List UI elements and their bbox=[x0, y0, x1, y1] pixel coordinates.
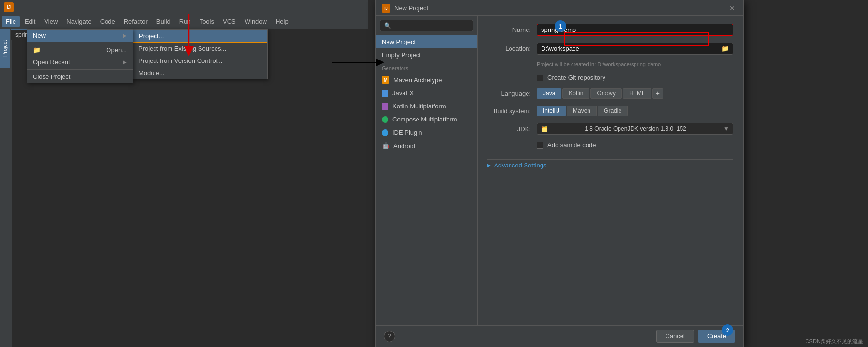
menu-file[interactable]: File bbox=[2, 16, 20, 27]
language-kotlin[interactable]: Kotlin bbox=[562, 88, 589, 99]
sample-code-label: Add sample code bbox=[547, 141, 596, 149]
new-project-label: New Project bbox=[382, 38, 416, 45]
annotation-2: 2 bbox=[722, 324, 733, 336]
language-row: Language: Java Kotlin Groovy HTML + bbox=[487, 88, 733, 99]
sample-code-row: Add sample code bbox=[537, 141, 733, 149]
ide-logo: IJ bbox=[4, 2, 14, 12]
generator-compose[interactable]: Compose Multiplatform bbox=[376, 113, 477, 126]
menu-help[interactable]: Help bbox=[272, 16, 293, 27]
location-row: Location: D:\workspace 📁 bbox=[487, 43, 733, 55]
generator-ide-plugin[interactable]: IDE Plugin bbox=[376, 126, 477, 139]
location-value: D:\workspace bbox=[541, 45, 579, 52]
annotation-2-label: 2 bbox=[726, 327, 729, 334]
build-toggle-group: IntelliJ Maven Gradle bbox=[537, 106, 628, 116]
dialog-title-left: IJ New Project bbox=[382, 4, 428, 13]
menu-vcs[interactable]: VCS bbox=[219, 16, 240, 27]
dialog-right-panel: Name: Location: D:\workspace 📁 Project w… bbox=[478, 16, 743, 325]
sidebar-strip bbox=[0, 29, 12, 347]
language-toggle-group: Java Kotlin Groovy HTML + bbox=[537, 88, 663, 99]
dialog-body: 🔍 New Project Empty Project Generators M… bbox=[376, 16, 743, 325]
menu-refactor[interactable]: Refactor bbox=[120, 16, 152, 27]
generator-item-empty-project[interactable]: Empty Project bbox=[376, 48, 477, 61]
menu-view[interactable]: View bbox=[40, 16, 62, 27]
language-groovy[interactable]: Groovy bbox=[590, 88, 622, 99]
generator-ide-plugin-label: IDE Plugin bbox=[392, 129, 422, 136]
menu-item-open-label: Open... bbox=[106, 46, 127, 54]
generator-search[interactable]: 🔍 bbox=[380, 20, 473, 31]
generator-android-label: Android bbox=[393, 142, 415, 150]
menu-window[interactable]: Window bbox=[241, 16, 271, 27]
menu-item-open-recent[interactable]: Open Recent ▶ bbox=[27, 56, 133, 68]
menu-edit[interactable]: Edit bbox=[21, 16, 39, 27]
git-repo-label: Create Git repository bbox=[547, 74, 605, 81]
language-label: Language: bbox=[487, 90, 531, 97]
dialog-close-button[interactable]: ✕ bbox=[728, 3, 737, 13]
menu-code[interactable]: Code bbox=[96, 16, 119, 27]
generator-javafx[interactable]: JavaFX bbox=[376, 87, 477, 100]
name-row: Name: bbox=[487, 24, 733, 36]
name-label: Name: bbox=[487, 26, 531, 33]
build-system-row: Build system: IntelliJ Maven Gradle bbox=[487, 106, 733, 116]
build-gradle[interactable]: Gradle bbox=[598, 106, 628, 116]
language-add-button[interactable]: + bbox=[652, 88, 663, 99]
submenu-module[interactable]: Module... bbox=[133, 67, 267, 79]
generator-maven-label: Maven Archetype bbox=[393, 76, 442, 84]
open-icon: 📁 bbox=[33, 46, 41, 54]
red-arrow-annotation bbox=[155, 9, 213, 62]
location-label: Location: bbox=[487, 45, 531, 52]
menu-item-close[interactable]: Close Project bbox=[27, 71, 133, 83]
language-html[interactable]: HTML bbox=[623, 88, 651, 99]
watermark: CSDN@好久不见的流星 bbox=[806, 338, 863, 345]
menu-navigate[interactable]: Navigate bbox=[62, 16, 95, 27]
language-java[interactable]: Java bbox=[537, 88, 561, 99]
location-field[interactable]: D:\workspace 📁 bbox=[537, 43, 733, 55]
generator-item-new-project[interactable]: New Project bbox=[376, 35, 477, 48]
advanced-settings-label: Advanced Settings bbox=[494, 162, 546, 169]
new-project-dialog: IJ New Project ✕ 🔍 New Project Empty Pro… bbox=[375, 0, 744, 347]
generator-kotlin-label: Kotlin Multiplatform bbox=[392, 103, 446, 110]
maven-icon: M bbox=[382, 76, 389, 84]
menu-item-open[interactable]: 📁 Open... bbox=[27, 44, 133, 56]
android-icon: 🤖 bbox=[382, 142, 389, 150]
project-tab-label: Project bbox=[2, 40, 8, 57]
sidebar-project-tab[interactable]: Project bbox=[0, 29, 10, 68]
jdk-row: JDK: 🗂️ 1.8 Oracle OpenJDK version 1.8.0… bbox=[487, 123, 733, 135]
jdk-label: JDK: bbox=[487, 125, 531, 133]
build-intellij[interactable]: IntelliJ bbox=[537, 106, 566, 116]
menu-item-close-label: Close Project bbox=[33, 73, 70, 80]
jdk-value: 1.8 Oracle OpenJDK version 1.8.0_152 bbox=[585, 125, 686, 132]
ide-plugin-icon bbox=[382, 129, 388, 136]
jdk-icon: 🗂️ bbox=[541, 126, 548, 132]
black-arrow-annotation bbox=[332, 58, 385, 67]
separator-1 bbox=[27, 43, 133, 43]
dialog-left-panel: 🔍 New Project Empty Project Generators M… bbox=[376, 16, 478, 325]
annotation-1: 1 bbox=[555, 20, 566, 32]
annotation-1-label: 1 bbox=[558, 23, 562, 30]
sample-code-checkbox[interactable] bbox=[537, 142, 543, 149]
location-hint: Project will be created in: D:\workspace… bbox=[537, 61, 733, 67]
generator-javafx-label: JavaFX bbox=[392, 90, 414, 97]
menu-item-open-recent-label: Open Recent bbox=[33, 59, 70, 66]
generator-compose-label: Compose Multiplatform bbox=[392, 116, 457, 123]
help-button[interactable]: ? bbox=[384, 331, 395, 342]
advanced-settings-chevron: ▶ bbox=[487, 163, 491, 168]
generator-maven[interactable]: M Maven Archetype bbox=[376, 73, 477, 87]
git-repo-checkbox[interactable] bbox=[537, 75, 543, 81]
generator-kotlin[interactable]: Kotlin Multiplatform bbox=[376, 100, 477, 113]
menu-item-new[interactable]: New ▶ bbox=[27, 30, 133, 42]
jdk-select[interactable]: 🗂️ 1.8 Oracle OpenJDK version 1.8.0_152 … bbox=[537, 123, 733, 135]
build-maven[interactable]: Maven bbox=[567, 106, 597, 116]
generator-android[interactable]: 🤖 Android bbox=[376, 139, 477, 152]
advanced-settings-row[interactable]: ▶ Advanced Settings bbox=[487, 159, 733, 171]
file-dropdown-panel: New ▶ 📁 Open... Open Recent ▶ Close Proj… bbox=[27, 29, 133, 83]
dialog-title-text: New Project bbox=[394, 4, 428, 12]
dialog-footer: ? Cancel Create bbox=[376, 325, 743, 347]
generators-label: Generators bbox=[376, 63, 477, 73]
location-browse-icon[interactable]: 📁 bbox=[721, 45, 729, 52]
separator-2 bbox=[27, 69, 133, 70]
kotlin-icon bbox=[382, 103, 388, 110]
search-icon: 🔍 bbox=[384, 22, 391, 29]
javafx-icon bbox=[382, 90, 388, 97]
menu-item-new-label: New bbox=[33, 32, 46, 39]
cancel-button[interactable]: Cancel bbox=[656, 330, 694, 343]
